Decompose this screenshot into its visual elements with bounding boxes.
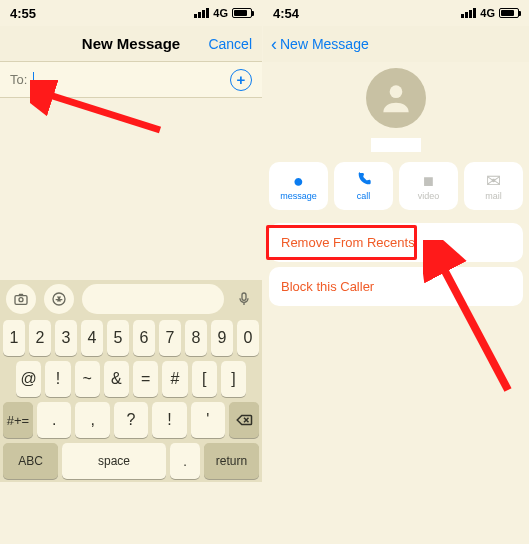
remove-from-recents-button[interactable]: Remove From Recents xyxy=(269,223,523,262)
key[interactable]: 8 xyxy=(185,320,207,356)
key[interactable]: 2 xyxy=(29,320,51,356)
message-body-area xyxy=(0,98,262,280)
key[interactable]: [ xyxy=(192,361,217,397)
abc-key[interactable]: ABC xyxy=(3,443,58,479)
camera-icon xyxy=(13,291,29,307)
video-action-button: ■ video xyxy=(399,162,458,210)
key[interactable]: = xyxy=(133,361,158,397)
key-row-3: #+= . , ? ! ' xyxy=(3,402,259,438)
mail-action-button: ✉ mail xyxy=(464,162,523,210)
message-input[interactable] xyxy=(82,284,224,314)
back-label: New Message xyxy=(280,36,369,52)
space-key[interactable]: space xyxy=(62,443,166,479)
screenshot-right: 4:54 4G ‹ New Message ● message call xyxy=(263,0,529,544)
annotation-arrow-icon xyxy=(423,240,523,400)
key[interactable]: , xyxy=(75,402,109,438)
key[interactable]: 4 xyxy=(81,320,103,356)
keyboard: 1 2 3 4 5 6 7 8 9 0 @ ! ~ & = # [ ] #+= … xyxy=(0,317,262,482)
key[interactable]: 7 xyxy=(159,320,181,356)
key[interactable]: @ xyxy=(16,361,41,397)
signal-icon xyxy=(461,8,476,18)
key[interactable]: ? xyxy=(114,402,148,438)
key[interactable]: & xyxy=(104,361,129,397)
status-net: 4G xyxy=(480,7,495,19)
status-time: 4:54 xyxy=(273,6,299,21)
remove-recents-row: Remove From Recents xyxy=(263,223,529,262)
contact-actions: ● message call ■ video ✉ mail xyxy=(263,152,529,218)
phone-icon xyxy=(356,171,372,190)
key[interactable]: ' xyxy=(191,402,225,438)
action-label: video xyxy=(418,191,440,201)
svg-point-5 xyxy=(390,85,403,98)
status-right: 4G xyxy=(461,7,519,19)
key[interactable]: ~ xyxy=(75,361,100,397)
message-action-button[interactable]: ● message xyxy=(269,162,328,210)
message-icon: ● xyxy=(293,172,304,190)
key[interactable]: ! xyxy=(45,361,70,397)
symbols-key[interactable]: #+= xyxy=(3,402,33,438)
status-bar: 4:55 4G xyxy=(0,0,262,26)
call-action-button[interactable]: call xyxy=(334,162,393,210)
battery-icon xyxy=(499,8,519,18)
to-label: To: xyxy=(10,72,27,87)
signal-icon xyxy=(194,8,209,18)
block-caller-button[interactable]: Block this Caller xyxy=(269,267,523,306)
text-cursor xyxy=(33,72,34,88)
status-right: 4G xyxy=(194,7,252,19)
backspace-key[interactable] xyxy=(229,402,259,438)
appstore-icon xyxy=(51,291,67,307)
key-row-4: ABC space . return xyxy=(3,443,259,479)
action-label: call xyxy=(357,191,371,201)
appstore-button[interactable] xyxy=(44,284,74,314)
status-net: 4G xyxy=(213,7,228,19)
action-label: mail xyxy=(485,191,502,201)
mic-icon xyxy=(236,291,252,307)
contact-header xyxy=(263,62,529,152)
chevron-left-icon: ‹ xyxy=(271,34,277,55)
key[interactable]: ] xyxy=(221,361,246,397)
back-button[interactable]: ‹ New Message xyxy=(271,34,369,55)
avatar xyxy=(366,68,426,128)
cancel-button[interactable]: Cancel xyxy=(208,36,252,52)
keyboard-accessory xyxy=(0,280,262,317)
period-key[interactable]: . xyxy=(170,443,200,479)
action-label: message xyxy=(280,191,317,201)
status-time: 4:55 xyxy=(10,6,36,21)
key[interactable]: . xyxy=(37,402,71,438)
key-row-2: @ ! ~ & = # [ ] xyxy=(3,361,259,397)
mic-button[interactable] xyxy=(232,287,256,311)
battery-icon xyxy=(232,8,252,18)
key[interactable]: 3 xyxy=(55,320,77,356)
return-key[interactable]: return xyxy=(204,443,259,479)
video-icon: ■ xyxy=(423,172,434,190)
key[interactable]: # xyxy=(162,361,187,397)
person-icon xyxy=(377,79,415,117)
key[interactable]: 6 xyxy=(133,320,155,356)
screenshot-left: 4:55 4G New Message Cancel To: + 1 2 3 xyxy=(0,0,263,544)
nav-bar: New Message Cancel xyxy=(0,26,262,62)
camera-button[interactable] xyxy=(6,284,36,314)
key[interactable]: 9 xyxy=(211,320,233,356)
status-bar: 4:54 4G xyxy=(263,0,529,26)
nav-bar: ‹ New Message xyxy=(263,26,529,62)
key[interactable]: 1 xyxy=(3,320,25,356)
key[interactable]: ! xyxy=(152,402,186,438)
key[interactable]: 5 xyxy=(107,320,129,356)
svg-point-1 xyxy=(19,297,23,301)
add-contact-button[interactable]: + xyxy=(230,69,252,91)
svg-rect-0 xyxy=(15,295,27,304)
to-field-row[interactable]: To: + xyxy=(0,62,262,98)
nav-title: New Message xyxy=(82,35,180,52)
contact-name-redacted xyxy=(371,138,421,152)
backspace-icon xyxy=(235,411,253,429)
mail-icon: ✉ xyxy=(486,172,501,190)
key[interactable]: 0 xyxy=(237,320,259,356)
svg-rect-3 xyxy=(242,293,246,300)
key-row-1: 1 2 3 4 5 6 7 8 9 0 xyxy=(3,320,259,356)
